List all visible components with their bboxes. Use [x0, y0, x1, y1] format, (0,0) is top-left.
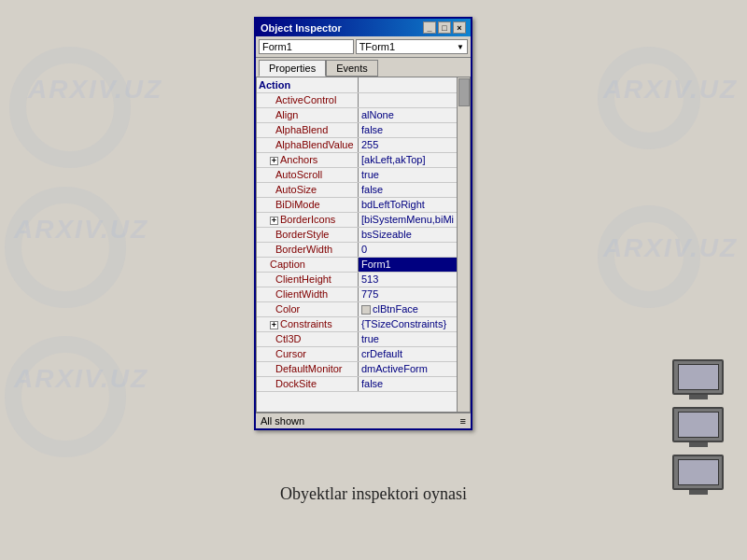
- minimize-button[interactable]: _: [423, 21, 436, 34]
- prop-value-action[interactable]: [358, 77, 457, 92]
- prop-value-autoscroll[interactable]: true: [358, 167, 457, 182]
- prop-name-alphablend: AlphaBlend: [257, 122, 358, 137]
- table-row: +Constraints {TSizeConstraints}: [257, 316, 457, 331]
- watermark-logo-1: ARXIV.UZ: [28, 75, 162, 105]
- object-type-dropdown[interactable]: TForm1 ▼: [356, 39, 468, 54]
- prop-name-constraints: +Constraints: [257, 316, 358, 331]
- prop-name-action: Action: [257, 77, 358, 92]
- table-row: Caption Form1: [257, 257, 457, 272]
- table-row: +Anchors [akLeft,akTop]: [257, 152, 457, 167]
- prop-name-bidimode: BiDiMode: [257, 197, 358, 212]
- prop-name-autoscroll: AutoScroll: [257, 167, 358, 182]
- table-row: Ctl3D true: [257, 331, 457, 346]
- prop-value-clientheight[interactable]: 513: [358, 272, 457, 287]
- table-row: AutoSize false: [257, 182, 457, 197]
- color-swatch: [361, 305, 371, 315]
- table-row: AlphaBlend false: [257, 122, 457, 137]
- table-row: AutoScroll true: [257, 167, 457, 182]
- title-bar: Object Inspector _ □ ×: [256, 19, 471, 36]
- watermark-logo-4: ARXIV.UZ: [603, 75, 738, 105]
- tab-properties[interactable]: Properties: [259, 60, 326, 77]
- scrollbar[interactable]: [457, 77, 470, 412]
- prop-name-align: Align: [257, 107, 358, 122]
- prop-value-caption[interactable]: Form1: [358, 257, 457, 272]
- prop-name-color: Color: [257, 301, 358, 316]
- prop-value-alphablend[interactable]: false: [358, 122, 457, 137]
- status-bar: All shown ≡: [256, 413, 471, 428]
- prop-name-caption: Caption: [257, 257, 358, 272]
- scrollbar-thumb[interactable]: [458, 78, 470, 106]
- prop-name-autosize: AutoSize: [257, 182, 358, 197]
- prop-value-anchors[interactable]: [akLeft,akTop]: [358, 152, 457, 167]
- table-row: ActiveControl: [257, 92, 457, 107]
- object-inspector-window: Object Inspector _ □ × Form1 TForm1 ▼ Pr…: [254, 17, 472, 430]
- table-row: BorderStyle bsSizeable: [257, 227, 457, 242]
- prop-name-activecontrol: ActiveControl: [257, 92, 358, 107]
- prop-name-defaultmonitor: DefaultMonitor: [257, 361, 358, 376]
- table-row: AlphaBlendValue 255: [257, 137, 457, 152]
- prop-value-bidimode[interactable]: bdLeftToRight: [358, 197, 457, 212]
- prop-name-ctl3d: Ctl3D: [257, 331, 358, 346]
- prop-value-activecontrol[interactable]: [358, 92, 457, 107]
- prop-name-alphablendvalue: AlphaBlendValue: [257, 137, 358, 152]
- prop-name-borderwidth: BorderWidth: [257, 242, 358, 257]
- table-row: DockSite false: [257, 376, 457, 391]
- expand-icon[interactable]: +: [270, 217, 278, 225]
- table-row: DefaultMonitor dmActiveForm: [257, 361, 457, 376]
- prop-value-ctl3d[interactable]: true: [358, 331, 457, 346]
- prop-name-clientheight: ClientHeight: [257, 272, 358, 287]
- watermark-logo-2: ARXIV.UZ: [14, 215, 148, 245]
- tabs-row: Properties Events: [256, 58, 471, 77]
- prop-value-constraints[interactable]: {TSizeConstraints}: [358, 316, 457, 331]
- properties-grid: Action ActiveControl Align alNone AlphaB…: [256, 77, 471, 413]
- table-row: +BorderIcons [biSystemMenu,biMi: [257, 212, 457, 227]
- expand-icon[interactable]: +: [270, 321, 278, 329]
- prop-name-bordericons: +BorderIcons: [257, 212, 358, 227]
- prop-value-borderstyle[interactable]: bsSizeable: [358, 227, 457, 242]
- prop-value-bordericons[interactable]: [biSystemMenu,biMi: [358, 212, 457, 227]
- status-text: All shown: [261, 415, 304, 427]
- table-row: ClientWidth 775: [257, 287, 457, 301]
- watermark-logo-3: ARXIV.UZ: [14, 364, 148, 394]
- expand-icon[interactable]: +: [270, 157, 278, 165]
- prop-name-cursor: Cursor: [257, 346, 358, 361]
- close-button[interactable]: ×: [453, 21, 466, 34]
- prop-name-borderstyle: BorderStyle: [257, 227, 358, 242]
- table-row: BiDiMode bdLeftToRight: [257, 197, 457, 212]
- prop-value-borderwidth[interactable]: 0: [358, 242, 457, 257]
- chevron-down-icon: ▼: [457, 43, 464, 51]
- prop-value-cursor[interactable]: crDefault: [358, 346, 457, 361]
- prop-value-docksite[interactable]: false: [358, 376, 457, 391]
- prop-name-anchors: +Anchors: [257, 152, 358, 167]
- table-row: ClientHeight 513: [257, 272, 457, 287]
- prop-value-align[interactable]: alNone: [358, 107, 457, 122]
- prop-value-defaultmonitor[interactable]: dmActiveForm: [358, 361, 457, 376]
- page-caption: Obyektlar inspektori oynasi: [280, 484, 467, 504]
- table-row: Action: [257, 77, 457, 92]
- table-row: Align alNone: [257, 107, 457, 122]
- prop-value-alphablendvalue[interactable]: 255: [358, 137, 457, 152]
- prop-value-autosize[interactable]: false: [358, 182, 457, 197]
- prop-value-color[interactable]: clBtnFace: [358, 301, 457, 316]
- table-row: Color clBtnFace: [257, 301, 457, 316]
- monitor-stack: [672, 357, 724, 495]
- table-row: BorderWidth 0: [257, 242, 457, 257]
- object-selector-row: Form1 TForm1 ▼: [256, 36, 471, 58]
- tab-events[interactable]: Events: [326, 60, 378, 77]
- prop-name-docksite: DockSite: [257, 376, 358, 391]
- properties-table: Action ActiveControl Align alNone AlphaB…: [257, 77, 457, 392]
- prop-name-clientwidth: ClientWidth: [257, 287, 358, 301]
- table-row: Cursor crDefault: [257, 346, 457, 361]
- title-bar-buttons: _ □ ×: [423, 21, 466, 34]
- maximize-button[interactable]: □: [438, 21, 451, 34]
- prop-value-clientwidth[interactable]: 775: [358, 287, 457, 301]
- status-icon: ≡: [460, 415, 466, 427]
- window-title: Object Inspector: [261, 22, 342, 34]
- watermark-logo-5: ARXIV.UZ: [603, 233, 738, 263]
- object-name-dropdown[interactable]: Form1: [259, 39, 354, 54]
